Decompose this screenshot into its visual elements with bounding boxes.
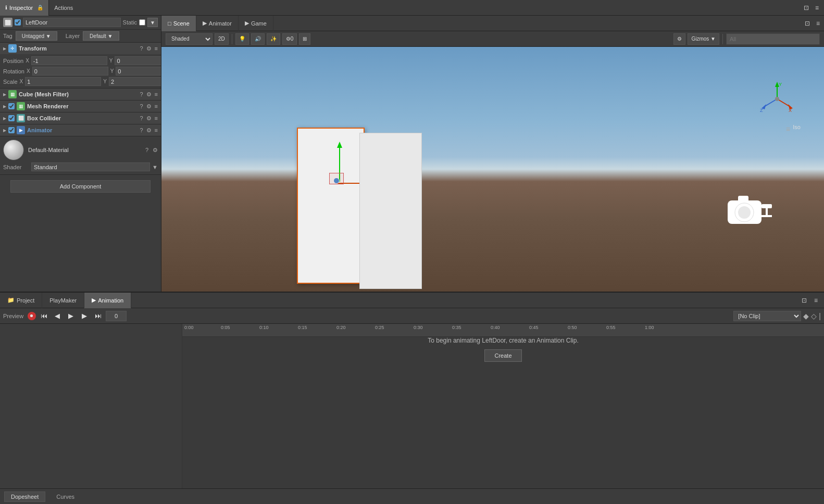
transform-help-btn[interactable]: ? [140, 45, 143, 52]
component-transform-header[interactable]: ▶ ✛ Transform ? ⚙ ≡ [0, 43, 161, 54]
toolbar-separator-1 [232, 34, 232, 44]
box-collider-header[interactable]: ▶ ⬜ Box Collider ? ⚙ ≡ [0, 112, 161, 124]
rotation-x-input[interactable] [32, 67, 108, 75]
svg-line-6 [764, 99, 777, 107]
bottom-pin-icon[interactable]: ⊡ [800, 296, 809, 305]
tab-scene[interactable]: □ Scene [161, 16, 196, 31]
collider-help-btn[interactable]: ? [140, 115, 143, 122]
light-button[interactable]: 💡 [235, 33, 249, 45]
actions-tab[interactable]: Actions [49, 5, 78, 11]
scene-tab-icon: □ [168, 20, 171, 27]
prev-frame-button[interactable]: ◀ [52, 310, 63, 322]
material-help-btn[interactable]: ? [145, 147, 148, 153]
animator-help-btn[interactable]: ? [140, 127, 143, 134]
mesh-icon: ▦ [8, 90, 17, 98]
scene-menu-icon[interactable]: ≡ [814, 19, 822, 28]
shader-input[interactable] [31, 162, 150, 171]
collider-settings-btn[interactable]: ⚙ [146, 115, 152, 122]
layer-dropdown[interactable]: Default ▼ [83, 31, 119, 41]
transform-settings-btn[interactable]: ⚙ [146, 45, 152, 52]
position-x-input[interactable] [31, 56, 107, 65]
transform-menu-btn[interactable]: ≡ [155, 45, 158, 52]
material-name: Default-Material [28, 147, 141, 153]
scale-y-input[interactable] [109, 77, 161, 86]
shader-row: Shader ▼ [3, 162, 158, 171]
mesh-filter-header[interactable]: ▶ ▦ Cube (Mesh Filter) ? ⚙ ≡ [0, 89, 161, 100]
renderer-help-btn[interactable]: ? [140, 103, 143, 110]
collider-icon: ⬜ [17, 114, 25, 122]
grid-button[interactable]: ⊞ [299, 33, 310, 45]
animator-settings-btn[interactable]: ⚙ [146, 127, 152, 134]
pin-icon[interactable]: ⊡ [802, 3, 811, 12]
scene-background: Y X Z ≡ [161, 47, 824, 292]
play-button[interactable]: ▶ [65, 310, 77, 322]
tag-dropdown[interactable]: Untagged ▼ [16, 31, 57, 41]
collider-menu-btn[interactable]: ≡ [155, 115, 158, 122]
tab-animator[interactable]: ▶ Animator [196, 16, 239, 31]
mesh-help-btn[interactable]: ? [140, 91, 143, 98]
timeline-right: 0:00 0:05 0:10 0:15 0:20 0:25 0:30 0:35 … [182, 324, 824, 488]
skip-end-button[interactable]: ⏭ [92, 310, 104, 322]
skip-start-button[interactable]: ⏮ [38, 310, 49, 322]
timeline-ruler: 0:00 0:05 0:10 0:15 0:20 0:25 0:30 0:35 … [182, 324, 824, 337]
tools-button[interactable]: ⚙ [673, 33, 685, 45]
animator-enabled[interactable] [8, 127, 15, 133]
ruler-mark-0:50: 0:50 [568, 325, 577, 330]
clip-select[interactable]: [No Clip] [733, 311, 801, 321]
object-name-input[interactable] [23, 18, 121, 27]
curves-button[interactable]: Curves [49, 492, 81, 502]
scene-viewport[interactable]: Y X Z ≡ [161, 47, 824, 292]
mesh-settings-btn[interactable]: ⚙ [146, 91, 152, 98]
position-y-input[interactable] [115, 56, 161, 65]
renderer-settings-btn[interactable]: ⚙ [146, 103, 152, 110]
time-input[interactable] [106, 311, 127, 321]
static-checkbox[interactable] [139, 19, 145, 26]
renderer-icon: ▦ [17, 102, 25, 110]
anim-bottom-bar: Dopesheet Curves [0, 488, 824, 504]
component-mesh-filter: ▶ ▦ Cube (Mesh Filter) ? ⚙ ≡ [0, 89, 161, 100]
menu-icon[interactable]: ≡ [813, 3, 821, 12]
scale-x-input[interactable] [25, 77, 101, 86]
keyframe-btn[interactable]: ◆ [803, 312, 809, 320]
renderer-menu-btn[interactable]: ≡ [155, 103, 158, 110]
inspector-panel: ⬜ Static ▼ Tag Untagged ▼ Layer Default … [0, 16, 161, 292]
bottom-menu-icon[interactable]: ≡ [812, 296, 820, 305]
gizmos-button[interactable]: Gizmos ▼ [688, 33, 719, 45]
skybox-button[interactable]: ⚙0 [282, 33, 297, 45]
record-extra-btn[interactable]: | [819, 312, 821, 320]
scene-pin-icon[interactable]: ⊡ [803, 19, 812, 28]
dopesheet-button[interactable]: Dopesheet [4, 492, 45, 502]
box-collider-enabled[interactable] [8, 115, 15, 121]
scene-search-input[interactable] [726, 33, 820, 45]
material-settings-btn[interactable]: ⚙ [153, 147, 158, 154]
fx-button[interactable]: ✨ [267, 33, 280, 45]
audio-button[interactable]: 🔊 [251, 33, 265, 45]
animator-header[interactable]: ▶ ▶ Animator ? ⚙ ≡ [0, 124, 161, 136]
keyframe-type-btn[interactable]: ◇ [811, 312, 817, 320]
record-button[interactable]: ⏺ [28, 312, 36, 320]
component-mesh-renderer: ▶ ▦ Mesh Renderer ? ⚙ ≡ [0, 100, 161, 112]
tab-animation[interactable]: ▶ Animation [84, 293, 131, 308]
ruler-mark-0:10: 0:10 [259, 325, 269, 330]
next-frame-button[interactable]: ▶ [79, 310, 90, 322]
svg-text:X: X [789, 108, 792, 113]
tab-project[interactable]: 📁 Project [0, 293, 42, 308]
tab-playmaker[interactable]: PlayMaker [42, 293, 84, 308]
shader-label: Shader [3, 164, 29, 170]
pos-x-label: X [26, 58, 29, 64]
add-component-button[interactable]: Add Component [10, 180, 151, 193]
animator-menu-btn[interactable]: ≡ [155, 127, 158, 134]
mesh-renderer-header[interactable]: ▶ ▦ Mesh Renderer ? ⚙ ≡ [0, 100, 161, 112]
object-enabled-checkbox[interactable] [15, 19, 21, 26]
create-clip-button[interactable]: Create [484, 349, 521, 362]
2d-button[interactable]: 2D [215, 33, 229, 45]
static-dropdown[interactable]: ▼ [147, 18, 158, 27]
shaded-dropdown[interactable]: Shaded [166, 33, 213, 45]
mesh-menu-btn[interactable]: ≡ [155, 91, 158, 98]
bottom-section: 📁 Project PlayMaker ▶ Animation ⊡ ≡ Prev… [0, 292, 824, 504]
position-label: Position [3, 58, 23, 64]
rotation-y-input[interactable] [116, 67, 161, 75]
mesh-renderer-enabled[interactable] [8, 103, 15, 109]
tab-game[interactable]: ▶ Game [239, 16, 273, 31]
tab-inspector[interactable]: ℹ Inspector 🔒 [0, 0, 49, 16]
